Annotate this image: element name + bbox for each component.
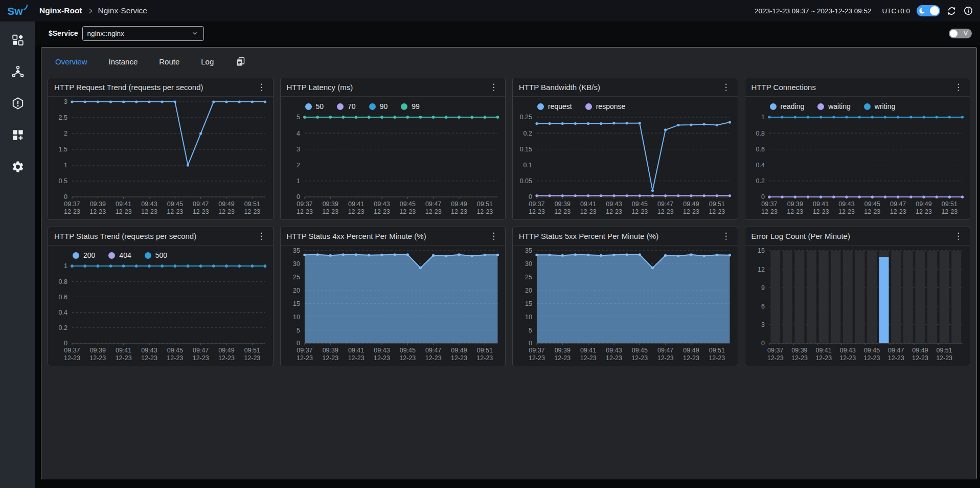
service-select[interactable]: nginx::nginx <box>82 26 204 41</box>
svg-text:12-23: 12-23 <box>554 208 571 215</box>
chart-canvas[interactable]: 0369121509:3712-2309:3912-2309:4112-2309… <box>745 246 970 366</box>
edit-mode-toggle[interactable]: V <box>949 29 972 38</box>
svg-text:09:47: 09:47 <box>657 347 673 354</box>
legend-item[interactable]: writing <box>864 102 895 110</box>
legend-item[interactable]: 50 <box>305 102 324 110</box>
legend-item[interactable]: request <box>537 102 572 110</box>
legend-label: 200 <box>83 251 95 259</box>
svg-text:25: 25 <box>525 274 532 281</box>
legend-item[interactable]: 500 <box>145 251 167 259</box>
kebab-menu-icon[interactable]: ⋮ <box>256 232 267 240</box>
svg-text:0.4: 0.4 <box>756 162 764 169</box>
legend-item[interactable]: response <box>585 102 626 110</box>
info-button[interactable] <box>963 6 973 16</box>
svg-text:09:41: 09:41 <box>580 201 596 208</box>
legend-item[interactable]: 90 <box>369 102 388 110</box>
chart-canvas[interactable]: 0510152025303509:3712-2309:3912-2309:411… <box>281 246 506 366</box>
svg-text:12-23: 12-23 <box>580 354 597 362</box>
svg-text:12-23: 12-23 <box>657 208 674 215</box>
toggle-knob <box>950 30 958 37</box>
legend-item[interactable]: 404 <box>108 251 131 259</box>
kebab-menu-icon[interactable]: ⋮ <box>256 83 267 92</box>
sidebar-item-topology[interactable] <box>8 63 28 80</box>
svg-text:09:45: 09:45 <box>863 347 879 354</box>
svg-text:12-23: 12-23 <box>791 354 807 362</box>
tab-log[interactable]: Log <box>201 57 214 66</box>
logo-swoosh-icon <box>23 5 28 10</box>
svg-text:12-23: 12-23 <box>167 354 183 362</box>
chart-canvas[interactable]: readingwaitingwriting00.20.40.60.8109:37… <box>745 97 970 219</box>
chart-canvas[interactable]: 0510152025303509:3712-2309:3912-2309:411… <box>513 246 738 366</box>
svg-text:25: 25 <box>293 274 300 281</box>
svg-text:12-23: 12-23 <box>116 208 132 215</box>
kebab-menu-icon[interactable]: ⋮ <box>488 232 499 240</box>
sidebar-item-alerting[interactable] <box>8 95 28 112</box>
chart-canvas[interactable]: 20040450000.20.40.60.8109:3712-2309:3912… <box>48 246 273 366</box>
svg-text:12-23: 12-23 <box>890 208 906 215</box>
svg-text:0.2: 0.2 <box>756 178 764 185</box>
chart-canvas[interactable]: requestresponse00.050.10.150.20.2509:371… <box>513 97 738 219</box>
svg-text:12-23: 12-23 <box>141 354 157 362</box>
legend-item[interactable]: reading <box>770 102 805 110</box>
tab-bar: Overview Instance Route Log <box>41 48 976 72</box>
svg-text:12-23: 12-23 <box>296 208 312 215</box>
topology-icon <box>11 65 25 78</box>
svg-text:09:43: 09:43 <box>141 347 157 354</box>
legend-item[interactable]: 99 <box>401 102 420 110</box>
svg-text:09:43: 09:43 <box>374 201 390 208</box>
legend-item[interactable]: 70 <box>337 102 356 110</box>
svg-text:12-23: 12-23 <box>141 208 157 215</box>
chart-canvas[interactable]: 00.511.522.5309:3712-2309:3912-2309:4112… <box>48 97 273 219</box>
moon-icon <box>918 7 926 15</box>
copy-tabs-button[interactable] <box>235 56 246 67</box>
svg-text:12-23: 12-23 <box>193 208 209 215</box>
legend-item[interactable]: waiting <box>817 102 851 110</box>
skywalking-logo[interactable]: Sw <box>0 6 35 16</box>
refresh-button[interactable] <box>947 6 956 16</box>
svg-text:12-23: 12-23 <box>631 208 648 215</box>
dark-mode-toggle[interactable] <box>917 5 940 16</box>
svg-text:10: 10 <box>293 314 300 321</box>
svg-text:35: 35 <box>293 247 300 254</box>
svg-text:12-23: 12-23 <box>374 354 390 362</box>
marketplace-icon <box>11 128 25 142</box>
chart-card: HTTP Connections ⋮ readingwaitingwriting… <box>745 78 971 220</box>
kebab-menu-icon[interactable]: ⋮ <box>488 83 499 92</box>
chart-canvas[interactable]: 5070909901234509:3712-2309:3912-2309:411… <box>281 97 506 219</box>
legend-item[interactable]: 200 <box>73 251 95 259</box>
svg-text:12-23: 12-23 <box>322 354 338 362</box>
tab-overview[interactable]: Overview <box>55 57 87 66</box>
breadcrumb-root[interactable]: Nginx-Root <box>39 6 82 15</box>
chart-title: HTTP Connections <box>751 83 816 92</box>
svg-text:30: 30 <box>525 260 532 268</box>
svg-text:12-23: 12-23 <box>89 208 106 215</box>
svg-text:15: 15 <box>758 247 765 254</box>
sidebar-item-marketplace[interactable] <box>8 127 28 143</box>
kebab-menu-icon[interactable]: ⋮ <box>953 83 964 92</box>
sidebar-item-settings[interactable] <box>8 159 28 175</box>
chart-title: HTTP Status Trend (requests per second) <box>54 232 196 240</box>
svg-text:09:39: 09:39 <box>90 347 106 354</box>
svg-text:12-23: 12-23 <box>296 354 312 362</box>
svg-text:12-23: 12-23 <box>941 208 958 215</box>
svg-text:09:51: 09:51 <box>709 201 725 208</box>
time-range-picker[interactable]: 2023-12-23 09:37 ~ 2023-12-23 09:52 <box>755 7 872 15</box>
kebab-menu-icon[interactable]: ⋮ <box>721 83 732 92</box>
svg-text:09:37: 09:37 <box>297 201 312 208</box>
svg-text:09:49: 09:49 <box>683 201 699 208</box>
legend-label: 500 <box>155 251 167 259</box>
svg-text:12-23: 12-23 <box>606 354 622 362</box>
chart-legend: requestresponse <box>513 97 738 112</box>
tab-instance[interactable]: Instance <box>109 57 138 66</box>
sidebar-item-dashboards[interactable] <box>8 32 28 48</box>
legend-dot <box>369 103 376 110</box>
dashboard-panel: Overview Instance Route Log HTTP Request… <box>41 47 977 479</box>
kebab-menu-icon[interactable]: ⋮ <box>721 232 732 240</box>
kebab-menu-icon[interactable]: ⋮ <box>953 232 964 240</box>
dashboards-icon <box>11 33 25 47</box>
legend-dot <box>305 103 312 110</box>
svg-text:12-23: 12-23 <box>476 354 493 362</box>
svg-text:12-23: 12-23 <box>425 354 441 362</box>
svg-text:09:41: 09:41 <box>348 201 364 208</box>
tab-route[interactable]: Route <box>159 57 179 66</box>
